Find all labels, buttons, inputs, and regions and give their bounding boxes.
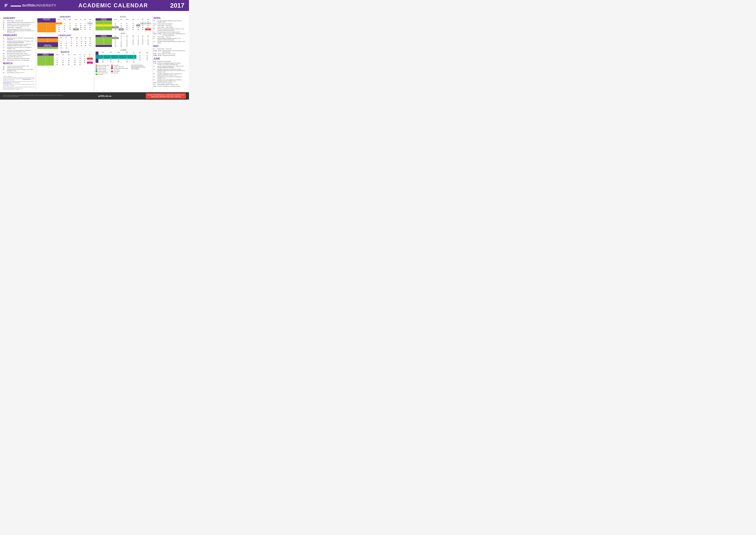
event-jun-28-30: 28–30 Trimester 2 orientation for commen… (153, 86, 185, 87)
event-apr-20: 20 Preliminary Examination Timetable for… (153, 28, 185, 31)
event-jun-18e: 18 Last date for non-award applications … (153, 79, 185, 82)
left-events-col: JANUARY 02 Public Holiday — New Year's D… (2, 15, 36, 90)
event-jan-16a: 16 Doctor of Medicine Year 3 and Year 4 … (3, 22, 35, 23)
may-calendar: MAY TRIMESTER 1TEACHING WEEK mon tue wed… (95, 32, 151, 47)
event-feb-02: 02 Registrations close for March 2017 GA… (3, 37, 35, 40)
footer-left-text: Griffith University acknowledges the peo… (3, 95, 64, 97)
legend-vacation (95, 72, 97, 73)
event-jan-23: 23 Doctor of Medicine Year 2 students co… (3, 25, 35, 27)
event-apr-30: 30 Last date to withdraw without failure… (153, 41, 185, 43)
event-jan-26: 26 Public Holiday — Australia Day (3, 27, 35, 28)
legend-public-hols (111, 71, 113, 72)
event-apr-10-14: 10–14 Student vacation (all campuses) (153, 23, 185, 25)
table-row: 1 1 2 3 (37, 56, 93, 58)
event-jun-18a: 18 Last date to apply for Readmission fo… (153, 66, 185, 68)
event-mar-25: 25 GAMSAT (Australia) Examination (3, 67, 35, 69)
legend-withdraw (111, 68, 113, 69)
event-feb-12d: 12 Last date for non-award applications … (3, 50, 35, 52)
legend-area: Summer Semester teaching Census date Ori… (95, 65, 151, 75)
jun-right-heading: JUNE (153, 57, 185, 60)
event-may-29-30: 29–30 Open Enrollment for Trimester 3, 2… (153, 53, 185, 54)
table-row: 12 13 14 15 16 17 18 (95, 57, 151, 59)
table-row: 6 1 2 (95, 20, 151, 22)
event-mar-26a: 26 Last date to drop a course for Trimes… (3, 69, 35, 71)
legend-examinations (95, 74, 97, 75)
event-apr-24: 24 Pure higher degree research programs … (153, 31, 185, 33)
march-calendar: MARCH TRIMESTER 1TEACHING WEEK mon tue w… (37, 51, 93, 66)
event-jun-18c: 18 Last date for applications to enrol i… (153, 73, 185, 76)
table-row: 5 2 3 4 5 6 7 8 (37, 22, 93, 24)
table-row: 7 17 18 19 20 21 22 23 (95, 26, 151, 28)
event-may-29-jun02: 29 May – 02 Jun Study Week (all campuses… (153, 55, 185, 56)
legend-study-week (111, 72, 113, 73)
table-row: 13 14 15 16 17 18 19 (37, 42, 93, 44)
table-row: 1 (37, 20, 93, 22)
cal-right-section: APRIL TRIMESTER 1TEACHING WEEK mon tue w… (94, 15, 152, 90)
february-table: mon tue wed thur fri sat sun 9 (37, 37, 93, 49)
april-calendar: APRIL TRIMESTER 1TEACHING WEEK mon tue w… (95, 15, 151, 30)
table-row: 9 1 2 3 4 5 (37, 38, 93, 40)
event-feb-15: 15 Pure Higher Degree Research programs … (3, 54, 35, 56)
table-row: 9 1 2 3 4 5 6 7 (95, 37, 151, 39)
event-feb-27: 27 Commencement of Trimester 1 (all camp… (3, 60, 35, 61)
january-table: SUMMER SEMESTERTEACHING WEEK mon tue wed… (37, 18, 93, 32)
table-row: 29 30 31 (95, 45, 151, 47)
february-calendar: FEBRUARY mon tue wed thur fri sat sun (37, 34, 93, 49)
legend-tri1 (95, 68, 97, 69)
table-row: 8 24 25 26 27 28 29 30 (95, 28, 151, 30)
table-row: 11 15 16 17 18 19 20 21 (95, 41, 151, 43)
event-may-01: 01 Public Holiday — Labour Day * (153, 48, 185, 49)
table-row: 10 8 9 10 11 12 13 14 (95, 39, 151, 41)
event-apr-24-may14: 24 Apr – 14 May Continuous review period… (153, 33, 185, 36)
footer-website: griffith.edu.au (98, 95, 112, 97)
table-row: 1 27 28 (37, 47, 93, 49)
event-jun-18b: 18 Last date of lodgement of Credit for … (153, 69, 185, 72)
event-apr-14: 14 Public Holiday — Good Friday (153, 25, 185, 26)
event-mar-26b: 26 Census Date for Trimester 1, 2017 # (3, 72, 35, 73)
event-jan-16b: 16 Orientation for Year 1 Doctor of Medi… (3, 23, 35, 25)
event-jun-18d: 18 Closing date for Internal Transfers f… (153, 76, 185, 79)
griffith-logo-icon (5, 4, 8, 7)
event-apr-25: 25 Public Holiday — Anzac Day (153, 36, 185, 38)
table-row: 9 30 31 (37, 30, 93, 32)
right-events-col: APRIL 09 Last date to apply for Readmiss… (152, 15, 186, 90)
event-feb-12b: 12 Last date for applications to enrol i… (3, 43, 35, 46)
legend-show-holidays (111, 69, 113, 70)
table-row: 1 2 3 4 (95, 53, 151, 55)
event-jun-05-16: 05–16 Auditions for postgraduate program… (153, 62, 185, 65)
logo-text: ▬▬▬ GriffithUNIVERSITY (11, 4, 56, 8)
legend-orientation (95, 66, 97, 68)
table-row: 7 10 11 12 13 14 15 16 (95, 24, 151, 26)
april-table: TRIMESTER 1TEACHING WEEK mon tue wed thu… (95, 18, 151, 30)
table-row: 7 16 17 18 19 20 21 22 (37, 26, 93, 28)
table-row: TRIMESTER 1TEACHING WEEK 20 21 22 23 24 … (37, 44, 93, 47)
legend-grid: Summer Semester teaching Census date Ori… (95, 65, 128, 75)
event-apr-09: 09 Last date to apply for Readmission af… (153, 20, 185, 23)
legend-add (111, 66, 113, 68)
footnotes: * Subject to final approval # Final date… (3, 76, 35, 90)
table-row: 10 6 7 8 9 10 11 12 (37, 40, 93, 42)
table-row: 2 6 7 8 9 10 11 12 (37, 58, 93, 60)
main-content: JANUARY 02 Public Holiday — New Year's D… (0, 11, 189, 92)
table-row: 12 22 23 24 25 26 27 28 (95, 43, 151, 45)
event-jun-03-17: 03–17 Examinations (all campuses) (153, 61, 185, 62)
jan-heading: JANUARY (3, 17, 35, 19)
event-may-15-jun04: 15 May – 04 Jun ExperienceGriffith: Cour… (153, 50, 185, 53)
event-feb-19: 19 Census Date MD Program Year 2 (3, 56, 35, 58)
year-label: 2017 (170, 2, 184, 9)
table-row: 4 20 21 22 23 24 25 26 (37, 62, 93, 64)
apr-right-heading: APRIL (153, 17, 185, 19)
table-row: 6 9 10 11 12 13 14 15 (37, 24, 93, 26)
event-feb-12c: 12 Closing date for Internal Transfers f… (3, 46, 35, 49)
mar-heading: MARCH (3, 62, 35, 65)
event-feb-20-24: 20–24 Trimester 1 orientation for commen… (3, 58, 35, 59)
footer-security: SECURITY INFORMATION (ALL CAMPUSES): EXT… (146, 93, 186, 99)
table-row: 26 27 28 29 30 (95, 61, 151, 63)
may-table: TRIMESTER 1TEACHING WEEK mon tue wed thu… (95, 35, 151, 47)
cal-left-section: JANUARY SUMMER SEMESTERTEACHING WEEK mon… (36, 15, 94, 90)
table-row: 6 3 4 5 6 7 8 9 (95, 22, 151, 24)
table-row: 19 20 21 22 23 24 25 (95, 59, 151, 61)
event-apr-27: 27 Final Examination Timetable for Trime… (153, 38, 185, 41)
table-row: 3 13 14 15 16 17 18 19 (37, 60, 93, 62)
other-calendars: Other Academic Calendars griffith.edu.au… (131, 65, 146, 75)
